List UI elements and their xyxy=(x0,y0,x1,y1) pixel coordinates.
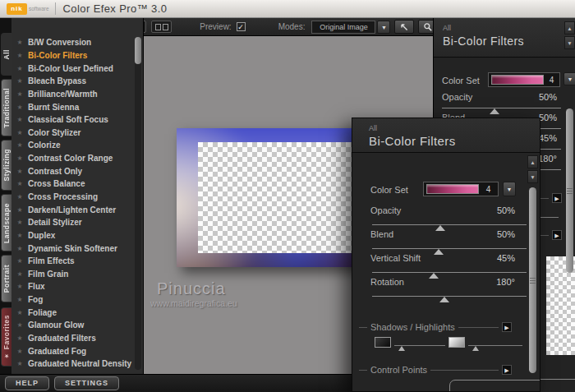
color-set-field[interactable]: 4 xyxy=(423,182,499,196)
star-icon[interactable]: ★ xyxy=(12,334,28,342)
star-icon[interactable]: ★ xyxy=(12,141,28,149)
help-button[interactable]: HELP xyxy=(5,376,49,390)
filter-label: Contrast Color Range xyxy=(28,154,113,163)
color-set-dropdown-button[interactable]: ▼ xyxy=(503,182,516,196)
expand-arrow-button[interactable]: ▶ xyxy=(502,365,512,375)
rotation-slider[interactable] xyxy=(372,296,527,297)
tab-portrait[interactable]: Portrait xyxy=(1,255,12,302)
scrollbar-thumb[interactable] xyxy=(135,37,141,64)
star-icon[interactable]: ★ xyxy=(12,232,28,239)
filter-item[interactable]: ★Bi-Color User Defined xyxy=(12,62,133,75)
favorites-star-icon: ★ xyxy=(3,352,9,359)
panel-scrollbar-thumb[interactable] xyxy=(529,187,536,373)
settings-button[interactable]: SETTINGS xyxy=(54,376,119,390)
control-points-section: Control Points ▶ xyxy=(359,365,512,375)
filter-item[interactable]: ★Darken/Lighten Center xyxy=(12,203,133,216)
filter-item[interactable]: ★Contrast Color Range xyxy=(12,152,133,165)
slider-value: 180° xyxy=(538,154,557,164)
scroll-up-button[interactable]: ▲ xyxy=(564,21,575,35)
shadows-mini-slider[interactable] xyxy=(375,337,445,348)
filter-item[interactable]: ★Fog xyxy=(12,293,133,307)
filter-item[interactable]: ★Detail Stylizer xyxy=(12,216,133,229)
star-icon[interactable]: ★ xyxy=(12,154,28,162)
star-icon[interactable]: ★ xyxy=(12,206,28,214)
color-set-dropdown-button[interactable]: ▼ xyxy=(564,72,575,85)
opacity-slider[interactable] xyxy=(372,224,527,225)
filter-item[interactable]: ★Graduated Neutral Density xyxy=(12,357,133,371)
filter-item[interactable]: ★Foliage xyxy=(12,306,133,319)
scroll-up-button[interactable]: ▲ xyxy=(527,155,538,168)
partial-bottom-button[interactable] xyxy=(449,380,540,392)
scroll-down-button[interactable]: ▼ xyxy=(564,36,575,49)
star-icon[interactable]: ★ xyxy=(12,309,28,316)
slider-handle[interactable] xyxy=(490,108,499,114)
filter-item[interactable]: ★Classical Soft Focus xyxy=(12,113,133,127)
blend-slider[interactable] xyxy=(372,248,527,249)
color-set-label: Color Set xyxy=(370,185,408,195)
slider-handle[interactable] xyxy=(435,225,445,231)
star-icon[interactable]: ★ xyxy=(12,52,28,59)
filter-item[interactable]: ★Bleach Bypass xyxy=(12,75,133,88)
filter-item[interactable]: ★Graduated Fog xyxy=(12,344,133,357)
filter-item-selected[interactable]: ★Bi-Color Filters xyxy=(12,49,133,62)
star-icon[interactable]: ★ xyxy=(12,90,28,98)
opacity-slider[interactable] xyxy=(442,108,561,108)
filter-item[interactable]: ★Graduated Filters xyxy=(12,332,133,345)
expand-arrow-button[interactable]: ▶ xyxy=(552,193,562,203)
star-icon[interactable]: ★ xyxy=(12,296,28,303)
star-icon[interactable]: ★ xyxy=(12,219,28,226)
filter-item[interactable]: ★Burnt Sienna xyxy=(12,100,133,113)
tab-all[interactable]: All xyxy=(1,33,12,76)
modes-dropdown-button[interactable]: ▼ xyxy=(377,21,390,34)
tab-traditional[interactable]: Traditional xyxy=(1,79,12,136)
filter-item[interactable]: ★Colorize xyxy=(12,139,133,152)
tab-favorites[interactable]: ★ Favorites xyxy=(1,307,12,367)
star-icon[interactable]: ★ xyxy=(12,283,28,290)
star-icon[interactable]: ★ xyxy=(12,193,28,201)
star-icon[interactable]: ★ xyxy=(12,348,28,355)
preview-checkbox[interactable]: ✓ xyxy=(237,22,246,31)
view-side-by-side-button[interactable] xyxy=(151,21,172,33)
star-icon[interactable]: ★ xyxy=(12,180,28,187)
star-icon[interactable]: ★ xyxy=(12,168,28,175)
star-icon[interactable]: ★ xyxy=(12,360,28,367)
star-icon[interactable]: ★ xyxy=(12,39,28,46)
star-icon[interactable]: ★ xyxy=(12,77,28,85)
star-icon[interactable]: ★ xyxy=(12,65,28,72)
filter-item[interactable]: ★Film Effects xyxy=(12,255,133,268)
star-icon[interactable]: ★ xyxy=(12,245,28,252)
filter-item[interactable]: ★Duplex xyxy=(12,229,133,242)
scroll-down-button[interactable]: ▼ xyxy=(527,170,538,183)
filter-item[interactable]: ★Dynamic Skin Softener xyxy=(12,242,133,255)
expand-arrow-button[interactable]: ▶ xyxy=(552,230,562,240)
star-icon[interactable]: ★ xyxy=(12,129,28,136)
slider-handle[interactable] xyxy=(439,297,449,302)
star-icon[interactable]: ★ xyxy=(12,116,28,123)
panel-header[interactable]: All Bi-Color Filters xyxy=(352,118,540,153)
filter-item[interactable]: ★Cross Balance xyxy=(12,178,133,191)
panel-scrollbar-thumb[interactable] xyxy=(566,108,573,273)
modes-select[interactable]: Original Image xyxy=(311,21,375,34)
filter-item[interactable]: ★Film Grain xyxy=(12,268,133,281)
star-icon[interactable]: ★ xyxy=(12,321,28,329)
filter-item[interactable]: ★Color Stylizer xyxy=(12,126,133,139)
filter-item[interactable]: ★B/W Conversion xyxy=(12,36,133,49)
tab-stylizing[interactable]: Stylizing xyxy=(1,140,12,191)
slider-handle[interactable] xyxy=(434,249,444,255)
filter-item[interactable]: ★Brilliance/Warmth xyxy=(12,88,133,101)
filter-item[interactable]: ★Cross Processing xyxy=(12,191,133,204)
color-set-field[interactable]: 4 xyxy=(488,72,560,87)
expand-arrow-button[interactable]: ▶ xyxy=(502,322,512,332)
filter-list-scrollbar[interactable] xyxy=(135,37,141,370)
tab-landscape[interactable]: Landscape xyxy=(1,194,12,251)
filter-item[interactable]: ★Flux xyxy=(12,280,133,293)
vertical-shift-slider[interactable] xyxy=(372,272,527,273)
star-icon[interactable]: ★ xyxy=(12,104,28,111)
pointer-tool-button[interactable] xyxy=(394,20,414,34)
highlights-mini-slider[interactable] xyxy=(448,337,522,348)
filter-item[interactable]: ★Contrast Only xyxy=(12,164,133,178)
filter-item[interactable]: ★Glamour Glow xyxy=(12,319,133,332)
star-icon[interactable]: ★ xyxy=(12,270,28,278)
slider-handle[interactable] xyxy=(429,273,439,279)
star-icon[interactable]: ★ xyxy=(12,257,28,265)
